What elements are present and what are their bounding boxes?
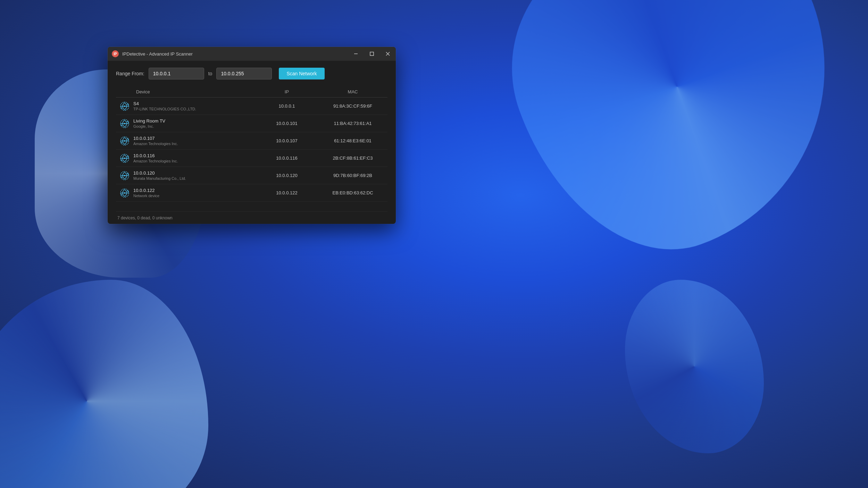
device-vendor: Google, Inc. bbox=[133, 124, 256, 128]
network-device-icon bbox=[120, 119, 130, 128]
device-vendor: Network device bbox=[133, 194, 256, 198]
table-row[interactable]: 10.0.0.120 Murata Manufacturing Co., Ltd… bbox=[116, 167, 387, 184]
col-ip: IP bbox=[256, 89, 318, 94]
status-bar: 7 devices, 0 dead, 0 unknown bbox=[116, 211, 387, 224]
network-device-icon bbox=[120, 171, 130, 180]
svg-point-9 bbox=[124, 123, 125, 124]
device-vendor: Amazon Technologies Inc. bbox=[133, 142, 256, 146]
table-row[interactable]: 10.0.0.107 Amazon Technologies Inc. 10.0… bbox=[116, 132, 387, 150]
col-icon bbox=[116, 89, 133, 94]
device-icon-cell-3 bbox=[116, 153, 133, 163]
device-icon-cell-4 bbox=[116, 171, 133, 180]
device-ip: 10.0.0.101 bbox=[256, 121, 318, 126]
device-info-3: 10.0.0.116 Amazon Technologies Inc. bbox=[133, 153, 256, 163]
app-window: IP IPDetective - Advanced IP Scanner bbox=[108, 47, 396, 224]
device-table: Device IP MAC bbox=[116, 86, 387, 210]
network-device-icon bbox=[120, 101, 130, 111]
maximize-button[interactable] bbox=[364, 47, 380, 61]
device-info-0: S4 TP-LINK TECHNOLOGIES CO.,LTD. bbox=[133, 101, 256, 111]
device-icon-cell-2 bbox=[116, 136, 133, 146]
device-icon-cell-1 bbox=[116, 119, 133, 128]
close-button[interactable] bbox=[380, 47, 396, 61]
col-mac: MAC bbox=[318, 89, 387, 94]
device-info-5: 10.0.0.122 Network device bbox=[133, 188, 256, 198]
window-title: IPDetective - Advanced IP Scanner bbox=[122, 51, 193, 57]
device-ip: 10.0.0.1 bbox=[256, 103, 318, 109]
col-device: Device bbox=[133, 89, 256, 94]
network-device-icon bbox=[120, 153, 130, 163]
table-row[interactable]: 10.0.0.122 Network device 10.0.0.122 EB:… bbox=[116, 184, 387, 202]
device-icon-cell-5 bbox=[116, 188, 133, 198]
device-ip: 10.0.0.120 bbox=[256, 173, 318, 178]
svg-point-12 bbox=[124, 140, 125, 142]
range-row: Range From: to Scan Network bbox=[116, 68, 387, 79]
table-row[interactable]: S4 TP-LINK TECHNOLOGIES CO.,LTD. 10.0.0.… bbox=[116, 98, 387, 115]
svg-point-15 bbox=[124, 158, 125, 159]
svg-rect-1 bbox=[370, 52, 374, 56]
scan-network-button[interactable]: Scan Network bbox=[279, 68, 324, 79]
window-controls bbox=[348, 47, 396, 61]
device-ip: 10.0.0.107 bbox=[256, 138, 318, 143]
device-mac: EB:E0:BD:63:62:DC bbox=[318, 190, 387, 195]
status-text: 7 devices, 0 dead, 0 unknown bbox=[117, 216, 173, 220]
range-to-input[interactable] bbox=[216, 68, 272, 79]
device-mac: 61:12:48:E3:6E:01 bbox=[318, 138, 387, 143]
device-name: S4 bbox=[133, 101, 256, 106]
device-info-2: 10.0.0.107 Amazon Technologies Inc. bbox=[133, 136, 256, 146]
device-mac: 91:8A:3C:CF:59:6F bbox=[318, 103, 387, 109]
svg-point-21 bbox=[124, 192, 125, 194]
device-name: 10.0.0.122 bbox=[133, 188, 256, 193]
device-vendor: Murata Manufacturing Co., Ltd. bbox=[133, 176, 256, 180]
device-vendor: TP-LINK TECHNOLOGIES CO.,LTD. bbox=[133, 107, 256, 111]
device-mac: 11:BA:42:73:61:A1 bbox=[318, 121, 387, 126]
svg-point-6 bbox=[124, 106, 125, 107]
table-row[interactable]: 10.0.0.116 Amazon Technologies Inc. 10.0… bbox=[116, 150, 387, 167]
minimize-button[interactable] bbox=[348, 47, 364, 61]
range-from-label: Range From: bbox=[116, 71, 144, 76]
table-header: Device IP MAC bbox=[116, 86, 387, 98]
device-icon-cell-0 bbox=[116, 101, 133, 111]
device-name: 10.0.0.107 bbox=[133, 136, 256, 141]
device-name: 10.0.0.116 bbox=[133, 153, 256, 158]
device-mac: 2B:CF:8B:61:EF:C3 bbox=[318, 155, 387, 161]
range-to-label: to bbox=[208, 71, 212, 76]
device-name: 10.0.0.120 bbox=[133, 170, 256, 176]
device-info-1: Living Room TV Google, Inc. bbox=[133, 118, 256, 128]
table-row[interactable]: Living Room TV Google, Inc. 10.0.0.101 1… bbox=[116, 115, 387, 132]
content-area: Range From: to Scan Network Device IP MA… bbox=[108, 61, 396, 224]
app-icon: IP bbox=[112, 50, 119, 57]
device-name: Living Room TV bbox=[133, 118, 256, 124]
device-mac: 9D:7B:60:BF:69:2B bbox=[318, 173, 387, 178]
network-device-icon bbox=[120, 188, 130, 198]
device-info-4: 10.0.0.120 Murata Manufacturing Co., Ltd… bbox=[133, 170, 256, 180]
range-from-input[interactable] bbox=[149, 68, 204, 79]
device-ip: 10.0.0.116 bbox=[256, 155, 318, 161]
table-body: S4 TP-LINK TECHNOLOGIES CO.,LTD. 10.0.0.… bbox=[116, 98, 387, 210]
svg-point-18 bbox=[124, 175, 125, 176]
device-vendor: Amazon Technologies Inc. bbox=[133, 159, 256, 163]
network-device-icon bbox=[120, 136, 130, 146]
device-ip: 10.0.0.122 bbox=[256, 190, 318, 195]
title-bar: IP IPDetective - Advanced IP Scanner bbox=[108, 47, 396, 61]
